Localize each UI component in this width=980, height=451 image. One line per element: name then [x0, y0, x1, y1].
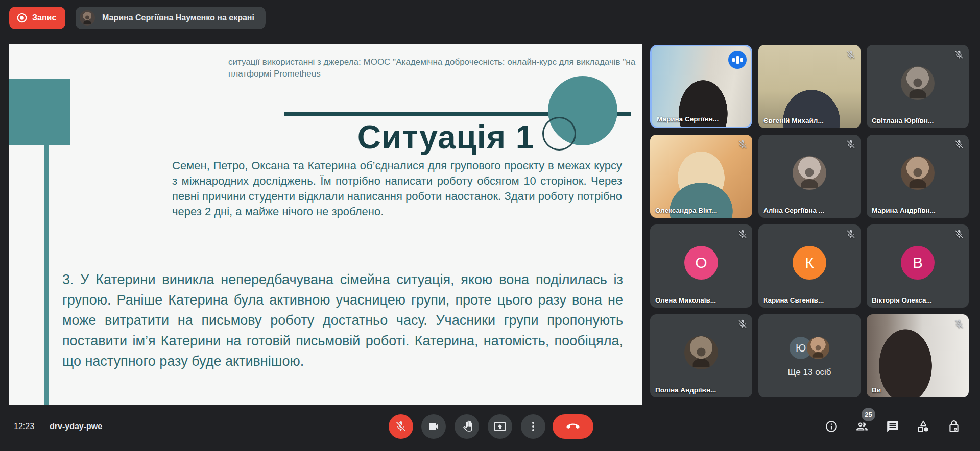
call-end-icon — [566, 420, 580, 433]
tile-polina-andriivna[interactable]: Поліна Андріївн... — [650, 314, 752, 397]
more-participants-label: Ще 13 осіб — [758, 367, 861, 378]
participant-name: Карина Євгеніїв... — [763, 296, 856, 304]
mic-off-icon — [846, 139, 856, 149]
recording-button[interactable]: Запис — [9, 7, 65, 29]
presenter-avatar — [80, 10, 95, 26]
person-silhouette-icon — [905, 164, 930, 189]
tile-svitlana-yuriivna[interactable]: Світлана Юріївн... — [867, 45, 969, 128]
present-screen-button[interactable] — [488, 414, 512, 439]
mic-off-icon — [846, 49, 856, 60]
avatar: В — [901, 246, 935, 280]
tile-olena-mykolaivna[interactable]: О Олена Миколаїв... — [650, 224, 752, 308]
show-participants-button[interactable] — [855, 420, 869, 433]
tile-maryna-andriivna[interactable]: Марина Андріївн... — [867, 135, 969, 218]
mic-off-icon — [954, 139, 964, 149]
presenter-status: Марина Сергіївна Науменко на екрані — [102, 13, 254, 22]
participant-name: Поліна Андріївн... — [655, 386, 748, 394]
mic-off-icon — [737, 139, 748, 149]
participant-name: Вікторія Олекса... — [872, 296, 965, 304]
meeting-code: drv-yday-pwe — [50, 422, 102, 431]
participant-name: Євгеній Михайл... — [763, 117, 856, 124]
slide-title: Ситуація 1 — [280, 118, 612, 156]
people-icon — [855, 420, 869, 433]
activities-button[interactable] — [917, 420, 930, 433]
person-silhouette-icon — [82, 14, 93, 25]
avatar — [901, 156, 935, 190]
more-options-button[interactable] — [521, 414, 545, 439]
overflow-avatars: Ю — [790, 337, 829, 359]
info-icon — [825, 420, 838, 433]
camera-toggle-button[interactable] — [421, 414, 446, 439]
slide-source-note: ситуації використанні з джерела: МООС "А… — [228, 56, 642, 80]
audio-level-icon — [728, 51, 747, 69]
host-controls-icon — [947, 420, 961, 433]
more-vert-icon — [527, 420, 539, 433]
tile-oleksandra-viktorivna[interactable]: Олександра Вікт... — [650, 135, 752, 218]
mic-off-icon — [846, 229, 856, 239]
self-view-label: Ви — [872, 386, 965, 394]
person-silhouette-icon — [689, 344, 713, 368]
recording-label: Запис — [32, 13, 56, 22]
mic-off-icon — [954, 319, 964, 329]
mic-off-icon — [737, 319, 748, 329]
hand-raise-icon — [461, 420, 473, 433]
meeting-details-button[interactable] — [825, 420, 838, 433]
host-controls-button[interactable] — [947, 420, 961, 433]
person-silhouette-icon — [810, 343, 826, 358]
bottom-bar: 12:23 drv-yday-pwe 25 — [0, 406, 980, 451]
participant-name: Олена Миколаїв... — [655, 296, 748, 304]
slide-paragraph: Семен, Петро, Оксана та Катерина об’єдна… — [172, 158, 622, 219]
mic-off-icon — [954, 49, 964, 60]
tile-yevhenii-mykhailovych[interactable]: Євгеній Михайл... — [758, 45, 861, 128]
tile-maryna-serhiivna[interactable]: Марина Сергіївн... — [650, 45, 752, 128]
slide-source-line1: ситуації використанні з джерела: МООС "А… — [228, 56, 642, 68]
person-silhouette-icon — [797, 164, 822, 189]
slide-vertical-bar-decoration — [44, 87, 49, 405]
participant-name: Олександра Вікт... — [655, 207, 748, 214]
mic-off-icon — [395, 420, 407, 433]
present-screen-icon — [494, 420, 506, 433]
leave-call-button[interactable] — [553, 414, 593, 439]
tile-alina-serhiivna[interactable]: Аліна Сергіївна ... — [758, 135, 861, 218]
avatar: О — [684, 246, 718, 280]
record-icon — [16, 12, 28, 23]
participant-name: Марина Андріївн... — [872, 207, 965, 214]
chat-icon — [886, 420, 899, 433]
mic-toggle-button[interactable] — [389, 414, 413, 439]
avatar — [793, 156, 826, 190]
divider — [42, 419, 42, 433]
mic-off-icon — [737, 229, 748, 239]
shared-screen-slide: ситуації використанні з джерела: МООС "А… — [9, 44, 642, 405]
avatar — [684, 336, 718, 369]
slide-square-decoration — [9, 79, 70, 145]
slide-item-3: 3. У Катерини виникла непередбачувана сі… — [62, 269, 623, 371]
tile-self-view[interactable]: Ви — [867, 314, 969, 397]
participant-name: Світлана Юріївн... — [872, 117, 965, 124]
mic-off-icon — [954, 229, 964, 239]
person-silhouette-icon — [905, 74, 930, 99]
raise-hand-button[interactable] — [455, 414, 479, 439]
slide-source-line2: платформі Prometheus — [228, 68, 642, 80]
avatar: К — [793, 246, 826, 280]
tile-more-participants[interactable]: Ю Ще 13 осіб — [758, 314, 861, 397]
chat-button[interactable] — [886, 420, 899, 433]
avatar — [807, 337, 829, 359]
presenter-pill[interactable]: Марина Сергіївна Науменко на екрані — [76, 7, 266, 29]
top-bar: Запис Марина Сергіївна Науменко на екран… — [0, 0, 980, 36]
participant-name: Аліна Сергіївна ... — [763, 207, 856, 214]
tile-viktoriia-oleksandrivna[interactable]: В Вікторія Олекса... — [867, 224, 969, 308]
tile-karyna-yevheniivna[interactable]: К Карина Євгеніїв... — [758, 224, 861, 308]
participants-count-badge: 25 — [862, 408, 875, 421]
activities-icon — [917, 420, 930, 433]
clock-time: 12:23 — [14, 422, 34, 431]
participant-name: Марина Сергіївн... — [657, 115, 747, 123]
avatar — [901, 66, 935, 100]
videocam-icon — [427, 420, 440, 433]
